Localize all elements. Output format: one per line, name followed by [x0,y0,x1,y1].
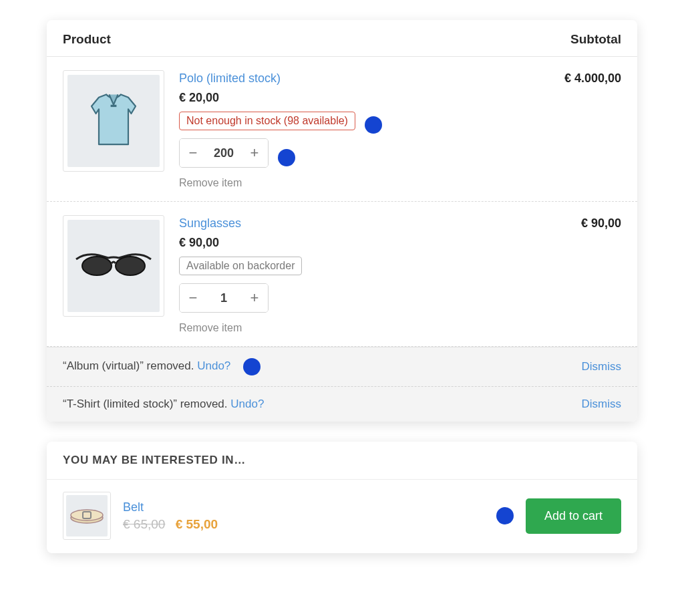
notice-text: “Album (virtual)” removed. [63,359,197,372]
remove-item-link[interactable]: Remove item [179,322,541,334]
notice-text-wrap: “Album (virtual)” removed. Undo? [63,358,261,375]
product-name-link[interactable]: Sunglasses [179,216,241,230]
qty-plus-button[interactable]: + [241,284,268,312]
notice-text: “T-Shirt (limited stock)” removed. [63,398,230,410]
add-to-cart-button[interactable]: Add to cart [526,498,621,534]
quantity-stepper: − + [179,138,269,168]
qty-input[interactable] [206,139,241,167]
notice-list: “Album (virtual)” removed. Undo? Dismiss… [47,347,637,422]
removed-notice: “T-Shirt (limited stock)” removed. Undo?… [47,386,637,422]
col-subtotal: Subtotal [570,32,621,47]
price-new: € 55,00 [176,517,218,531]
price-line: € 65,00 € 55,00 [123,517,487,532]
undo-link[interactable]: Undo? [230,398,264,410]
svg-point-2 [116,257,145,275]
annotation-dot [496,507,514,524]
cart-header: Product Subtotal [47,20,637,57]
stock-badge: Not enough in stock (98 available) [179,112,355,130]
cart-card: Product Subtotal Polo (limited stock) € … [47,20,637,422]
product-thumbnail[interactable] [63,70,164,172]
remove-item-link[interactable]: Remove item [179,177,541,189]
sunglasses-icon [67,220,160,312]
removed-notice: “Album (virtual)” removed. Undo? Dismiss [47,347,637,386]
product-thumbnail[interactable] [63,215,164,317]
qty-minus-button[interactable]: − [180,139,206,167]
svg-point-1 [82,257,112,275]
quantity-stepper: − + [179,283,269,313]
annotation-dot [365,116,382,134]
cross-sell-card: YOU MAY BE INTERESTED IN… Belt € 65,00 €… [47,442,637,553]
dismiss-link[interactable]: Dismiss [582,360,622,373]
qty-minus-button[interactable]: − [180,284,206,312]
cross-sell-row: Belt € 65,00 € 55,00 Add to cart [47,480,637,553]
cart-row: Polo (limited stock) € 20,00 Not enough … [47,57,637,202]
belt-icon [66,495,108,536]
product-name-link[interactable]: Belt [123,500,144,514]
row-subtotal: € 4.000,00 [541,70,621,189]
cart-row: Sunglasses € 90,00 Available on backorde… [47,202,637,347]
row-subtotal: € 90,00 [541,215,621,334]
unit-price: € 90,00 [179,236,541,250]
stock-badge: Available on backorder [179,257,302,275]
col-product: Product [63,32,111,47]
polo-icon [67,75,160,167]
price-old: € 65,00 [123,517,165,531]
notice-text-wrap: “T-Shirt (limited stock)” removed. Undo? [63,398,264,411]
qty-input[interactable] [206,284,241,312]
cross-sell-heading: YOU MAY BE INTERESTED IN… [47,442,637,480]
svg-rect-0 [111,105,117,107]
qty-plus-button[interactable]: + [241,139,268,167]
annotation-dot [278,149,295,166]
product-thumbnail[interactable] [63,492,111,540]
annotation-dot [243,358,261,375]
unit-price: € 20,00 [179,91,541,105]
dismiss-link[interactable]: Dismiss [582,398,622,411]
product-name-link[interactable]: Polo (limited stock) [179,71,281,86]
undo-link[interactable]: Undo? [197,359,230,372]
